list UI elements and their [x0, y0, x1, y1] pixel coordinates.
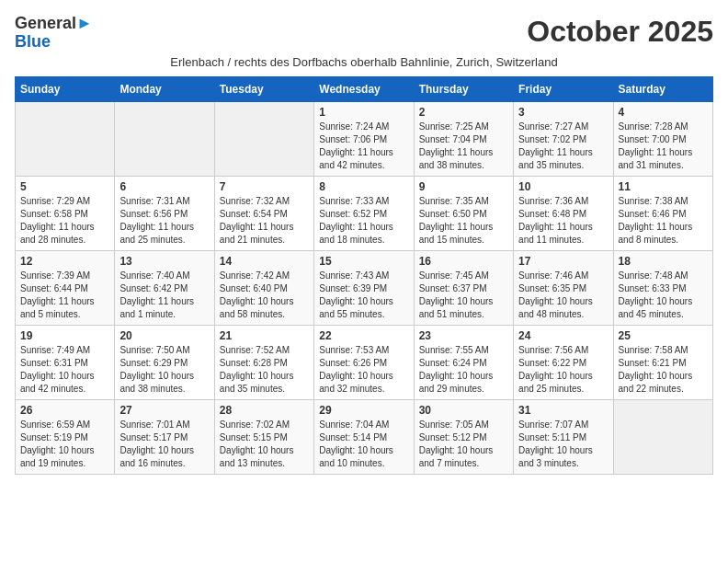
day-info: Sunrise: 7:39 AM Sunset: 6:44 PM Dayligh…: [20, 270, 109, 321]
day-number: 6: [119, 180, 209, 193]
calendar-cell: 17Sunrise: 7:46 AM Sunset: 6:35 PM Dayli…: [514, 250, 613, 325]
calendar-cell: 19Sunrise: 7:49 AM Sunset: 6:31 PM Dayli…: [16, 325, 115, 399]
calendar-cell: 10Sunrise: 7:36 AM Sunset: 6:48 PM Dayli…: [514, 176, 613, 250]
day-info: Sunrise: 7:31 AM Sunset: 6:56 PM Dayligh…: [119, 195, 209, 247]
calendar-cell: 27Sunrise: 7:01 AM Sunset: 5:17 PM Dayli…: [115, 399, 214, 474]
calendar-cell: 14Sunrise: 7:42 AM Sunset: 6:40 PM Dayli…: [214, 250, 313, 325]
day-number: 29: [319, 404, 408, 417]
week-row-3: 12Sunrise: 7:39 AM Sunset: 6:44 PM Dayli…: [16, 250, 713, 325]
calendar-cell: 9Sunrise: 7:35 AM Sunset: 6:50 PM Daylig…: [414, 176, 513, 250]
calendar-cell: 23Sunrise: 7:55 AM Sunset: 6:24 PM Dayli…: [414, 325, 513, 399]
weekday-header-wednesday: Wednesday: [314, 76, 414, 101]
day-number: 25: [619, 329, 708, 342]
day-info: Sunrise: 7:04 AM Sunset: 5:14 PM Dayligh…: [319, 419, 408, 470]
day-info: Sunrise: 7:48 AM Sunset: 6:33 PM Dayligh…: [619, 270, 708, 321]
day-info: Sunrise: 7:32 AM Sunset: 6:54 PM Dayligh…: [220, 195, 309, 247]
calendar-cell: 4Sunrise: 7:28 AM Sunset: 7:00 PM Daylig…: [613, 101, 712, 176]
day-info: Sunrise: 7:58 AM Sunset: 6:21 PM Dayligh…: [619, 344, 708, 396]
calendar-table: SundayMondayTuesdayWednesdayThursdayFrid…: [15, 76, 713, 475]
calendar-cell: 18Sunrise: 7:48 AM Sunset: 6:33 PM Dayli…: [613, 250, 712, 325]
day-number: 18: [619, 255, 708, 268]
day-number: 23: [419, 329, 508, 342]
day-number: 19: [20, 329, 109, 342]
day-number: 1: [319, 106, 408, 119]
page-header: General► Blue October 2025: [15, 15, 713, 52]
day-number: 2: [419, 106, 508, 119]
day-info: Sunrise: 7:24 AM Sunset: 7:06 PM Dayligh…: [319, 121, 408, 172]
day-number: 16: [419, 255, 508, 268]
calendar-cell: 16Sunrise: 7:45 AM Sunset: 6:37 PM Dayli…: [414, 250, 513, 325]
calendar-cell: 21Sunrise: 7:52 AM Sunset: 6:28 PM Dayli…: [214, 325, 313, 399]
day-info: Sunrise: 7:38 AM Sunset: 6:46 PM Dayligh…: [619, 195, 708, 247]
logo: General► Blue: [15, 15, 93, 52]
logo-icon-symbol: ►: [76, 14, 93, 32]
calendar-cell: 6Sunrise: 7:31 AM Sunset: 6:56 PM Daylig…: [115, 176, 214, 250]
day-info: Sunrise: 7:46 AM Sunset: 6:35 PM Dayligh…: [518, 270, 608, 321]
calendar-cell: 22Sunrise: 7:53 AM Sunset: 6:26 PM Dayli…: [314, 325, 414, 399]
month-title: October 2025: [527, 15, 713, 49]
weekday-header-thursday: Thursday: [414, 76, 513, 101]
day-info: Sunrise: 7:45 AM Sunset: 6:37 PM Dayligh…: [419, 270, 508, 321]
calendar-cell: 25Sunrise: 7:58 AM Sunset: 6:21 PM Dayli…: [613, 325, 712, 399]
day-info: Sunrise: 7:29 AM Sunset: 6:58 PM Dayligh…: [20, 195, 109, 247]
day-number: 20: [119, 329, 209, 342]
weekday-header-friday: Friday: [514, 76, 613, 101]
calendar-cell: [613, 399, 712, 474]
subtitle: Erlenbach / rechts des Dorfbachs oberhal…: [15, 55, 713, 69]
week-row-1: 1Sunrise: 7:24 AM Sunset: 7:06 PM Daylig…: [16, 101, 713, 176]
calendar-cell: [214, 101, 313, 176]
calendar-cell: 7Sunrise: 7:32 AM Sunset: 6:54 PM Daylig…: [214, 176, 313, 250]
day-number: 31: [518, 404, 608, 417]
day-info: Sunrise: 7:43 AM Sunset: 6:39 PM Dayligh…: [319, 270, 408, 321]
calendar-cell: 8Sunrise: 7:33 AM Sunset: 6:52 PM Daylig…: [314, 176, 414, 250]
calendar-cell: 12Sunrise: 7:39 AM Sunset: 6:44 PM Dayli…: [16, 250, 115, 325]
calendar-cell: 31Sunrise: 7:07 AM Sunset: 5:11 PM Dayli…: [514, 399, 613, 474]
day-number: 15: [319, 255, 408, 268]
day-number: 4: [619, 106, 708, 119]
week-row-5: 26Sunrise: 6:59 AM Sunset: 5:19 PM Dayli…: [16, 399, 713, 474]
calendar-cell: [16, 101, 115, 176]
day-number: 3: [518, 106, 608, 119]
logo-blue-text: Blue: [15, 32, 51, 51]
calendar-cell: 20Sunrise: 7:50 AM Sunset: 6:29 PM Dayli…: [115, 325, 214, 399]
calendar-cell: 26Sunrise: 6:59 AM Sunset: 5:19 PM Dayli…: [16, 399, 115, 474]
weekday-header-sunday: Sunday: [16, 76, 115, 101]
day-info: Sunrise: 7:27 AM Sunset: 7:02 PM Dayligh…: [518, 121, 608, 172]
day-number: 7: [220, 180, 309, 193]
day-info: Sunrise: 7:49 AM Sunset: 6:31 PM Dayligh…: [20, 344, 109, 396]
day-info: Sunrise: 6:59 AM Sunset: 5:19 PM Dayligh…: [20, 419, 109, 470]
day-number: 27: [119, 404, 209, 417]
logo-general-text: General: [15, 14, 76, 32]
day-info: Sunrise: 7:07 AM Sunset: 5:11 PM Dayligh…: [518, 419, 608, 470]
calendar-cell: 3Sunrise: 7:27 AM Sunset: 7:02 PM Daylig…: [514, 101, 613, 176]
day-number: 9: [419, 180, 508, 193]
week-row-2: 5Sunrise: 7:29 AM Sunset: 6:58 PM Daylig…: [16, 176, 713, 250]
day-number: 5: [20, 180, 109, 193]
day-number: 28: [220, 404, 309, 417]
day-info: Sunrise: 7:36 AM Sunset: 6:48 PM Dayligh…: [518, 195, 608, 247]
calendar-cell: 11Sunrise: 7:38 AM Sunset: 6:46 PM Dayli…: [613, 176, 712, 250]
day-number: 22: [319, 329, 408, 342]
weekday-header-row: SundayMondayTuesdayWednesdayThursdayFrid…: [16, 76, 713, 101]
day-info: Sunrise: 7:53 AM Sunset: 6:26 PM Dayligh…: [319, 344, 408, 396]
day-info: Sunrise: 7:52 AM Sunset: 6:28 PM Dayligh…: [220, 344, 309, 396]
day-info: Sunrise: 7:55 AM Sunset: 6:24 PM Dayligh…: [419, 344, 508, 396]
day-number: 21: [220, 329, 309, 342]
day-number: 24: [518, 329, 608, 342]
day-number: 13: [119, 255, 209, 268]
day-number: 26: [20, 404, 109, 417]
day-info: Sunrise: 7:50 AM Sunset: 6:29 PM Dayligh…: [119, 344, 209, 396]
calendar-cell: 30Sunrise: 7:05 AM Sunset: 5:12 PM Dayli…: [414, 399, 513, 474]
week-row-4: 19Sunrise: 7:49 AM Sunset: 6:31 PM Dayli…: [16, 325, 713, 399]
weekday-header-tuesday: Tuesday: [214, 76, 313, 101]
day-info: Sunrise: 7:05 AM Sunset: 5:12 PM Dayligh…: [419, 419, 508, 470]
calendar-cell: 29Sunrise: 7:04 AM Sunset: 5:14 PM Dayli…: [314, 399, 414, 474]
day-info: Sunrise: 7:35 AM Sunset: 6:50 PM Dayligh…: [419, 195, 508, 247]
weekday-header-saturday: Saturday: [613, 76, 712, 101]
calendar-cell: [115, 101, 214, 176]
day-number: 11: [619, 180, 708, 193]
day-info: Sunrise: 7:28 AM Sunset: 7:00 PM Dayligh…: [619, 121, 708, 172]
day-info: Sunrise: 7:56 AM Sunset: 6:22 PM Dayligh…: [518, 344, 608, 396]
day-info: Sunrise: 7:40 AM Sunset: 6:42 PM Dayligh…: [119, 270, 209, 321]
calendar-cell: 1Sunrise: 7:24 AM Sunset: 7:06 PM Daylig…: [314, 101, 414, 176]
